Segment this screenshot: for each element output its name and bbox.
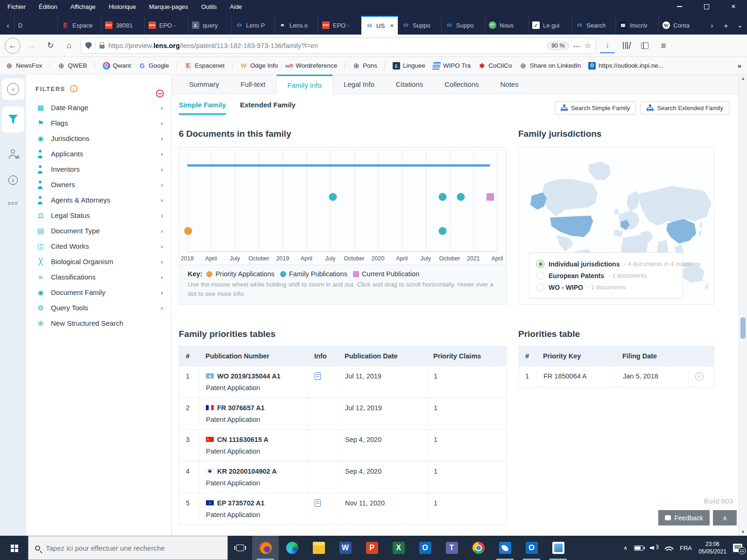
browser-tab[interactable]: Lens P: [231, 16, 275, 35]
browser-tab[interactable]: EPO -: [318, 16, 361, 35]
taskbar-app[interactable]: [385, 536, 412, 560]
filter-item[interactable]: Owners ›: [35, 177, 171, 192]
document-info-icon[interactable]: [315, 499, 321, 507]
filter-item[interactable]: Date Range ›: [35, 100, 171, 115]
bookmark-item[interactable]: WIPO Tra: [433, 62, 471, 70]
info-icon[interactable]: i: [8, 175, 18, 185]
radio-icon[interactable]: [536, 272, 544, 280]
family-jurisdictions-map[interactable]: Individual jurisdictions - 4 documents i…: [518, 147, 714, 305]
menu-item[interactable]: Édition: [39, 3, 57, 10]
lock-icon[interactable]: [99, 45, 105, 49]
family-subtab[interactable]: Simple Family: [179, 101, 226, 115]
filter-item[interactable]: Query Tools ›: [35, 300, 171, 315]
bookmark-item[interactable]: Linguee: [393, 62, 425, 70]
document-info-icon[interactable]: [315, 372, 321, 380]
collapse-sidebar-icon[interactable]: ‹: [7, 83, 19, 95]
close-button[interactable]: [720, 0, 747, 13]
notifications-icon[interactable]: 11: [733, 544, 742, 552]
bookmark-item[interactable]: Wordreference: [285, 62, 345, 70]
family-timeline-chart[interactable]: 2018AprilJulyOctober2019AprilJulyOctober…: [179, 147, 507, 265]
filter-item[interactable]: Cited Works ›: [35, 238, 171, 254]
jurisdiction-option[interactable]: WO - WIPO - 1 documents: [536, 281, 676, 293]
menu-item[interactable]: Marque-pages: [149, 3, 188, 10]
new-tab-button[interactable]: +: [719, 21, 733, 29]
scrollbar-thumb[interactable]: [740, 317, 746, 339]
jurisdiction-option[interactable]: Individual jurisdictions - 4 documents i…: [536, 258, 676, 270]
page-tab[interactable]: Citations: [385, 75, 434, 94]
taskbar-app[interactable]: [332, 536, 359, 560]
chart-point[interactable]: [184, 227, 192, 235]
browser-tab[interactable]: Conta: [658, 16, 702, 35]
filters-info-icon[interactable]: i: [70, 85, 78, 92]
page-tab[interactable]: Family Info: [276, 75, 333, 94]
taskbar-app[interactable]: [438, 536, 465, 560]
taskbar-search-input[interactable]: [46, 544, 221, 552]
library-icon[interactable]: [623, 42, 629, 49]
browser-tab[interactable]: EPO -: [144, 16, 188, 35]
menu-item[interactable]: Aide: [230, 3, 242, 10]
back-button[interactable]: ←: [5, 38, 21, 54]
browser-tab[interactable]: Le gui: [528, 16, 571, 35]
browser-tab[interactable]: Search: [571, 16, 615, 35]
bookmark-item[interactable]: https://outlook.inpi.ne...: [588, 62, 663, 70]
bookmarks-overflow-icon[interactable]: »: [738, 62, 741, 70]
start-button[interactable]: [0, 536, 28, 560]
filter-item[interactable]: Biological Organism ›: [35, 254, 171, 269]
chart-point[interactable]: [329, 193, 337, 201]
tab-close-icon[interactable]: [390, 23, 394, 29]
publication-number-link[interactable]: FR 3076657 A1: [217, 404, 265, 412]
page-tab[interactable]: Summary: [178, 75, 230, 94]
url-text[interactable]: https://preview.lens.org/lens/patent/113…: [108, 42, 543, 49]
jurisdiction-option[interactable]: European Patents - 1 documents: [536, 270, 676, 281]
clock[interactable]: 23:0605/05/2021: [698, 540, 726, 555]
radio-icon[interactable]: [536, 283, 544, 291]
taskbar-app[interactable]: [412, 536, 438, 560]
family-subtab[interactable]: Extended Family: [240, 101, 296, 115]
filter-item[interactable]: Document Type ›: [35, 223, 171, 238]
feedback-button[interactable]: Feedback: [658, 510, 710, 525]
browser-tab[interactable]: D: [14, 16, 57, 35]
bookmark-item[interactable]: Google: [139, 62, 177, 70]
chart-point[interactable]: [457, 193, 465, 201]
page-actions-icon[interactable]: …: [573, 41, 581, 49]
publication-number-link[interactable]: EP 3735702 A1: [217, 499, 265, 507]
bookmark-item[interactable]: NewsFox: [6, 62, 50, 70]
scrollbar-down-icon[interactable]: ▼: [739, 528, 747, 536]
remove-filters-icon[interactable]: [156, 90, 164, 98]
page-zoom-badge[interactable]: 90 %: [547, 41, 570, 50]
taskbar-app[interactable]: [305, 536, 332, 560]
tracking-protection-shield-icon[interactable]: [85, 42, 92, 49]
sidebar-toggle-icon[interactable]: [641, 42, 648, 49]
reload-button[interactable]: ↻: [43, 38, 58, 53]
taskbar-app[interactable]: [518, 536, 545, 560]
menu-item[interactable]: Outils: [201, 3, 217, 10]
home-button[interactable]: ⌂: [62, 38, 77, 53]
bookmark-item[interactable]: Share on LinkedIn: [520, 62, 581, 70]
filter-item[interactable]: New Structured Search ›: [35, 315, 171, 331]
browser-tab[interactable]: Suppo: [441, 16, 485, 35]
menu-item[interactable]: Historique: [109, 3, 136, 10]
bookmark-item[interactable]: Espacenet: [184, 62, 233, 70]
scrollbar-up-icon[interactable]: ▲: [739, 75, 747, 82]
filter-item[interactable]: Document Family ›: [35, 285, 171, 300]
battery-icon[interactable]: [634, 546, 643, 551]
minimize-button[interactable]: [666, 0, 693, 13]
browser-tab[interactable]: Inscriv: [615, 16, 658, 35]
filter-item[interactable]: Flags ›: [35, 115, 171, 131]
tab-scroll-right-icon[interactable]: ›: [705, 21, 719, 29]
bookmark-item[interactable]: Qwant: [103, 62, 131, 70]
publication-number-link[interactable]: KR 20200104902 A: [217, 468, 277, 475]
publication-number-link[interactable]: CN 111630615 A: [217, 436, 268, 443]
menu-item[interactable]: Fichier: [7, 3, 26, 10]
browser-tab[interactable]: US: [361, 16, 398, 35]
downloads-icon[interactable]: ↓: [600, 38, 615, 53]
page-tab[interactable]: Notes: [490, 75, 529, 94]
filter-item[interactable]: Jurisdictions ›: [35, 131, 171, 146]
account-settings-icon[interactable]: ⚙: [8, 149, 18, 159]
page-tab[interactable]: Full-text: [230, 75, 276, 94]
filters-rail-item[interactable]: [2, 106, 24, 133]
language-indicator[interactable]: FRA: [680, 545, 692, 552]
tab-list-dropdown-icon[interactable]: ⌄: [733, 21, 747, 29]
filter-item[interactable]: Inventors ›: [35, 161, 171, 177]
forward-button[interactable]: →: [24, 38, 39, 53]
